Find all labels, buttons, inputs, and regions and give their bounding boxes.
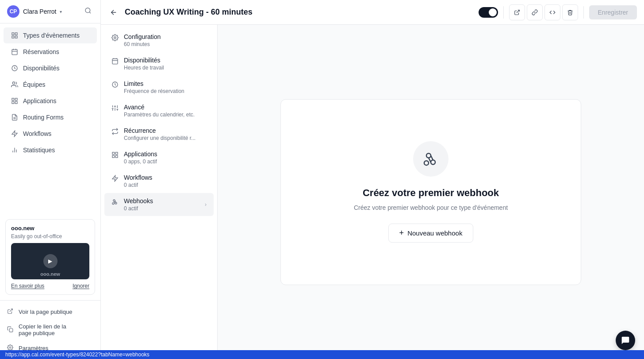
sidebar-header: CP Clara Perrot ▾	[0, 0, 100, 23]
sec-nav-text: Avancé Paramètres du calendrier, etc.	[124, 104, 195, 118]
topbar: Coaching UX Writing - 60 minutes Enregis…	[101, 0, 644, 25]
file-icon	[11, 113, 19, 121]
sidebar-item-event-types[interactable]: Types d'évènements	[4, 27, 97, 43]
sec-nav-applications[interactable]: Applications 0 apps, 0 actif	[104, 146, 214, 169]
sidebar: CP Clara Perrot ▾ Types d'évènements Rés…	[0, 0, 101, 359]
svg-rect-43	[115, 152, 118, 154]
new-webhook-button[interactable]: + Nouveau webhook	[388, 224, 474, 243]
copy-icon	[7, 326, 14, 333]
grid2-icon	[11, 97, 19, 105]
user-menu[interactable]: CP Clara Perrot ▾	[7, 5, 62, 18]
bar-chart-icon	[11, 146, 19, 154]
sec-nav-left: Récurrence Configurer une disponibilité …	[111, 127, 196, 141]
sidebar-item-disponibilites[interactable]: Disponibilités	[4, 60, 97, 76]
svg-rect-4	[12, 36, 14, 38]
sec-nav-recurrence[interactable]: Récurrence Configurer une disponibilité …	[104, 123, 214, 146]
grid3-icon	[111, 151, 119, 159]
sec-nav-left: Disponibilités Heures de travail	[111, 57, 164, 71]
sec-nav-configuration[interactable]: Configuration 60 minutes	[104, 29, 214, 52]
svg-rect-44	[112, 155, 115, 158]
svg-line-22	[10, 309, 12, 312]
back-button[interactable]	[108, 7, 119, 18]
sec-nav-label: Limites	[124, 80, 184, 87]
sec-nav-workflows[interactable]: Workflows 0 actif	[104, 170, 214, 193]
promo-actions: En savoir plus Ignorer	[11, 283, 89, 289]
svg-rect-23	[9, 328, 13, 332]
sec-nav-label: Applications	[124, 151, 157, 158]
page-title: Coaching UX Writing - 60 minutes	[125, 8, 473, 17]
svg-line-1	[89, 12, 91, 13]
search-button[interactable]	[83, 5, 93, 18]
sec-nav-text: Applications 0 apps, 0 actif	[124, 151, 157, 165]
sidebar-item-routing-forms[interactable]: Routing Forms	[4, 109, 97, 125]
sec-nav-sublabel: Configurer une disponibilité r...	[124, 135, 196, 141]
status-bar: https://app.cal.com/event-types/824022?t…	[0, 350, 644, 359]
sidebar-item-applications[interactable]: Applications	[4, 93, 97, 109]
promo-title: ooo.new	[11, 225, 89, 232]
promo-card: ooo.new Easily go out-of-office ▶ ooo.ne…	[5, 219, 95, 295]
sec-nav-limites[interactable]: Limites Fréquence de réservation	[104, 76, 214, 99]
sec-nav-sublabel: 60 minutes	[124, 41, 161, 47]
sec-nav-label: Webhooks	[124, 197, 153, 205]
status-url: https://app.cal.com/event-types/824022?t…	[5, 351, 150, 358]
sec-nav-label: Configuration	[124, 33, 161, 40]
sidebar-item-label: Applications	[23, 97, 57, 104]
svg-point-0	[85, 8, 90, 13]
settings2-icon	[111, 34, 119, 42]
save-button[interactable]: Enregistrer	[589, 5, 637, 19]
calendar-icon	[11, 48, 19, 56]
action-buttons	[509, 4, 578, 20]
sec-nav-disponibilites[interactable]: Disponibilités Heures de travail	[104, 52, 214, 75]
play-button[interactable]: ▶	[43, 254, 58, 268]
sec-nav-left: Configuration 60 minutes	[111, 33, 161, 47]
sidebar-item-label: Workflows	[23, 130, 51, 137]
open-external-button[interactable]	[509, 4, 525, 20]
promo-video-label: ooo.new	[40, 271, 60, 277]
sec-nav-label: Récurrence	[124, 127, 196, 134]
footer-item-public-page[interactable]: Voir la page publique	[0, 304, 100, 319]
chat-widget[interactable]	[616, 331, 635, 350]
sidebar-item-equipes[interactable]: Équipes	[4, 77, 97, 93]
clock-icon	[11, 64, 19, 72]
webhook-large-icon	[422, 150, 440, 168]
sec-nav-avance[interactable]: Avancé Paramètres du calendrier, etc.	[104, 99, 214, 122]
sec-nav-text: Workflows 0 actif	[124, 174, 152, 188]
sidebar-item-reservations[interactable]: Réservations	[4, 44, 97, 60]
divider2	[583, 6, 584, 19]
webhook-icon-wrap	[413, 141, 448, 177]
svg-line-26	[516, 10, 519, 12]
learn-more-button[interactable]: En savoir plus	[11, 283, 44, 289]
webhook-icon	[111, 198, 119, 206]
embed-button[interactable]	[544, 4, 560, 20]
repeat-icon	[111, 128, 119, 136]
sec-nav-webhooks[interactable]: Webhooks 0 actif ›	[104, 193, 214, 216]
sidebar-item-workflows[interactable]: Workflows	[4, 126, 97, 142]
footer-item-copy-link[interactable]: Copier le lien de lapage publique	[0, 319, 100, 340]
ignore-button[interactable]: Ignorer	[73, 283, 89, 289]
sliders-icon	[111, 104, 119, 112]
sec-nav-text: Limites Fréquence de réservation	[124, 80, 184, 94]
sidebar-item-statistiques[interactable]: Statistiques	[4, 142, 97, 158]
sec-nav-sublabel: 0 actif	[124, 182, 152, 188]
plus-icon: +	[399, 228, 404, 238]
username: Clara Perrot	[23, 8, 56, 15]
sidebar-item-label: Disponibilités	[23, 65, 59, 72]
svg-rect-13	[15, 98, 17, 100]
toggle-container	[479, 7, 498, 18]
svg-marker-18	[12, 131, 17, 136]
svg-rect-15	[15, 101, 17, 104]
webhook-empty-title: Créez votre premier webhook	[363, 187, 499, 199]
webhook-empty-state: Créez votre premier webhook Créez votre …	[280, 99, 581, 285]
delete-button[interactable]	[562, 4, 578, 20]
sec-nav-text: Disponibilités Heures de travail	[124, 57, 164, 71]
sec-nav-label: Avancé	[124, 104, 195, 111]
sec-nav-left: Workflows 0 actif	[111, 174, 152, 188]
promo-video[interactable]: ▶ ooo.new	[11, 243, 89, 279]
event-toggle[interactable]	[479, 7, 498, 18]
sec-nav-label: Workflows	[124, 174, 152, 181]
copy-link-button[interactable]	[527, 4, 543, 20]
svg-rect-14	[12, 101, 14, 104]
sidebar-item-label: Statistiques	[23, 147, 55, 154]
sec-nav-text: Récurrence Configurer une disponibilité …	[124, 127, 196, 141]
svg-rect-5	[15, 36, 17, 38]
